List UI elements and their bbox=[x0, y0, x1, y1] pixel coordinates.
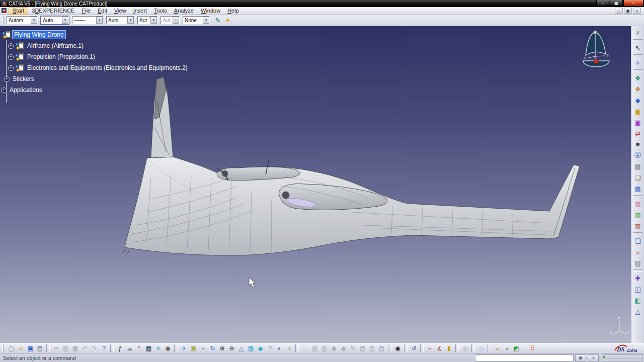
manage-representations-tool[interactable]: ❏ bbox=[633, 172, 643, 183]
multi-instantiation-tool[interactable]: ▦ bbox=[633, 184, 643, 194]
knowledge-button[interactable]: ° bbox=[134, 344, 144, 353]
tree-item-applications[interactable]: + Applications bbox=[0, 84, 189, 96]
chevron-down-icon[interactable]: ▾ bbox=[31, 17, 37, 24]
menu-analyze[interactable]: Analyze bbox=[171, 7, 197, 15]
paint-button[interactable]: ◕ bbox=[502, 344, 512, 353]
document-icon[interactable] bbox=[2, 8, 7, 13]
print-button[interactable]: ▤ bbox=[35, 344, 45, 353]
menu-3dexperience[interactable]: 3DEXPERIENCE bbox=[28, 7, 78, 15]
selection-filter-tool[interactable]: ✧ bbox=[633, 58, 643, 68]
camera-snapshot-button[interactable]: ◉ bbox=[393, 344, 403, 353]
tree-item-propulsion[interactable]: + Propulsion (Propulsion.1) bbox=[0, 51, 189, 62]
catia-app-icon[interactable] bbox=[2, 1, 7, 6]
fly-mode-button[interactable]: ✈ bbox=[179, 344, 189, 353]
menu-edit[interactable]: Edit bbox=[94, 7, 111, 15]
measure-inertia-button[interactable]: ▮ bbox=[444, 344, 454, 353]
paste-special-tool[interactable]: ▥ bbox=[633, 199, 643, 209]
dropdown-graphic-properties[interactable]: Autom: ▾ bbox=[7, 16, 38, 24]
catalog-browser-button[interactable]: ▥ bbox=[319, 344, 329, 353]
menu-file[interactable]: File bbox=[78, 7, 94, 15]
graphic-wizard-icon[interactable]: ✦ bbox=[223, 16, 233, 25]
unlock-selected-button[interactable]: ◉ bbox=[339, 344, 348, 353]
existing-component-positioned-tool[interactable]: ▣ bbox=[633, 117, 643, 127]
normal-view-button[interactable]: △ bbox=[236, 344, 246, 353]
select-tool[interactable]: ↖ bbox=[633, 43, 643, 53]
lock-button[interactable]: ◉ bbox=[163, 344, 173, 353]
mdi-restore-button[interactable]: ▣ bbox=[624, 8, 632, 14]
update-sheet-b-button[interactable]: ▤ bbox=[367, 344, 377, 353]
replace-component-tool[interactable]: ⇄ bbox=[633, 128, 643, 138]
chevron-down-icon[interactable]: ▾ bbox=[62, 17, 68, 24]
chevron-down-icon[interactable]: ▾ bbox=[173, 17, 179, 24]
drone-model[interactable] bbox=[122, 77, 580, 255]
product-graph-tool[interactable]: ❏ bbox=[633, 236, 643, 246]
dropdown-line-weight[interactable]: Auto ▾ bbox=[106, 16, 134, 24]
menu-help[interactable]: Help bbox=[224, 7, 243, 15]
dropdown-render-style[interactable]: Aut ▾ bbox=[160, 16, 180, 24]
lock-selected-button[interactable]: ◉ bbox=[329, 344, 339, 353]
power-input[interactable] bbox=[475, 354, 574, 361]
close-button[interactable]: × bbox=[623, 0, 643, 7]
tree-expander-icon[interactable]: + bbox=[8, 65, 14, 71]
pan-button[interactable]: + bbox=[198, 344, 208, 353]
new-document-button[interactable]: ▢ bbox=[7, 344, 16, 353]
dropdown-line-type[interactable]: ——— ▾ bbox=[72, 16, 103, 24]
menu-view[interactable]: View bbox=[111, 7, 130, 15]
update-sheet-a-button[interactable]: ▤ bbox=[358, 344, 367, 353]
design-table-button[interactable]: ▦ bbox=[144, 344, 153, 353]
doc-window-button[interactable]: ▣ bbox=[575, 354, 586, 361]
chevron-down-icon[interactable]: ▾ bbox=[150, 17, 157, 24]
tree-item-stickers[interactable]: + Stickers bbox=[0, 73, 189, 84]
dropdown-layer[interactable]: None ▾ bbox=[183, 16, 210, 24]
measure-item-button[interactable]: ∡ bbox=[435, 344, 444, 353]
list-report-tool[interactable]: ▤ bbox=[633, 258, 643, 268]
existing-component-tool[interactable]: ▣ bbox=[633, 106, 643, 116]
manipulation-tool[interactable]: ✚ bbox=[633, 273, 643, 283]
graph-tree-reordering-tool[interactable]: ≡ bbox=[633, 139, 643, 149]
share-button[interactable]: ✳ bbox=[153, 344, 163, 353]
texture-button[interactable]: ◩ bbox=[512, 344, 521, 353]
menu-tools[interactable]: Tools bbox=[150, 7, 171, 15]
macro-indicator-button[interactable]: ◎ bbox=[588, 354, 599, 361]
tree-expander-icon[interactable]: + bbox=[8, 43, 14, 49]
title-bar[interactable]: CATIA V5 - [Flying Wing Drone.CATProduct… bbox=[0, 0, 644, 7]
tree-item-root[interactable]: + Flying Wing Drone bbox=[0, 29, 189, 40]
toolbar-drag-handle[interactable] bbox=[2, 16, 4, 24]
viewport-3d[interactable]: x y z x y z bbox=[0, 26, 631, 343]
fit-all-in-button[interactable]: ▣ bbox=[189, 344, 198, 353]
wireframe-button[interactable]: ◇ bbox=[476, 344, 486, 353]
tree-item-airframe[interactable]: + Airframe (Airframe.1) bbox=[0, 40, 189, 51]
whats-this-button[interactable]: ? bbox=[99, 344, 109, 353]
tree-expander-icon[interactable]: + bbox=[1, 87, 7, 93]
update-all-button[interactable]: ↻ bbox=[348, 344, 358, 353]
formula-button[interactable]: ƒ bbox=[115, 344, 125, 353]
menu-insert[interactable]: Insert bbox=[130, 7, 151, 15]
chevron-down-icon[interactable]: ▾ bbox=[96, 17, 103, 24]
export-tool[interactable]: ▥ bbox=[633, 221, 643, 231]
import-tool[interactable]: ▥ bbox=[633, 210, 643, 220]
tree-item-electronics[interactable]: + Electronics and Equipments (Electronic… bbox=[0, 62, 189, 73]
open-button[interactable]: ▱ bbox=[16, 344, 26, 353]
zoom-in-button[interactable]: ⊕ bbox=[217, 344, 227, 353]
new-part-tool[interactable]: ◆ bbox=[633, 95, 643, 105]
save-button[interactable]: ▣ bbox=[26, 344, 35, 353]
restore-button[interactable]: ▣ bbox=[610, 0, 623, 7]
menu-window[interactable]: Window bbox=[197, 7, 224, 15]
toolbar-drag-handle[interactable] bbox=[2, 344, 4, 352]
zoom-out-button[interactable]: ⊖ bbox=[227, 344, 236, 353]
new-component-tool[interactable]: ❖ bbox=[633, 73, 643, 83]
open-catalog-button[interactable]: ▥ bbox=[310, 344, 319, 353]
minimize-button[interactable]: – bbox=[596, 0, 609, 7]
dropdown-color[interactable]: Auto ▾ bbox=[41, 16, 69, 24]
mdi-close-button[interactable]: × bbox=[633, 8, 641, 14]
comment-button[interactable]: ☁ bbox=[125, 344, 134, 353]
tree-expander-icon[interactable]: + bbox=[8, 54, 14, 60]
generate-numbering-tool[interactable]: Ⓐ bbox=[633, 150, 643, 160]
instant-print-button[interactable]: ↺ bbox=[409, 344, 419, 353]
eject-sheet-button[interactable]: ▤ bbox=[377, 344, 386, 353]
shading-button[interactable]: ◐ bbox=[275, 344, 284, 353]
chevron-down-icon[interactable]: ▾ bbox=[127, 17, 134, 24]
mdi-minimize-button[interactable]: – bbox=[615, 8, 623, 14]
rotate-button[interactable]: ↻ bbox=[208, 344, 217, 353]
compass[interactable]: x y z bbox=[583, 31, 609, 67]
